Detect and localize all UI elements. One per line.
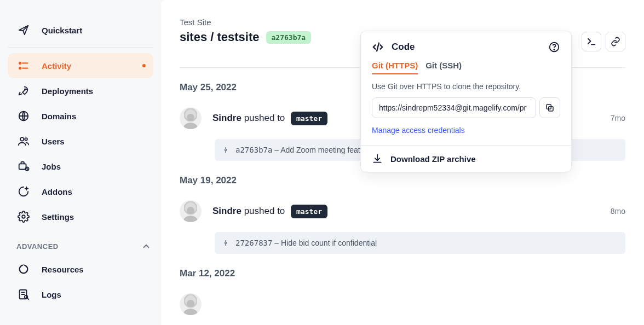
sidebar-item-activity[interactable]: Activity [8,53,153,78]
terminal-icon [586,37,596,47]
copy-icon [545,103,555,113]
activity-date: Mar 12, 2022 [180,268,625,279]
svg-point-4 [25,89,26,90]
svg-line-19 [27,298,28,299]
branch-badge: master [291,112,327,125]
manage-credentials-link[interactable]: Manage access credentials [372,126,465,135]
activity-text: Sindre pushed to master [212,112,327,125]
svg-point-22 [183,123,198,129]
svg-point-12 [22,215,25,218]
divider [8,47,153,48]
addons-icon [18,185,30,198]
sidebar: Quickstart Activity Deployments Domains [0,0,161,325]
code-popover: Code Git (HTTPS) Git (SSH) Use Git over … [360,31,572,172]
paper-plane-icon [18,24,30,36]
svg-point-26 [187,207,194,214]
commit-row: 27267837 – Hide bid count if confidentia… [215,232,625,254]
avatar [180,107,202,129]
advanced-label: ADVANCED [16,242,59,251]
sidebar-item-label: Users [42,137,65,146]
activity-event [180,293,625,315]
sidebar-item-label: Logs [42,290,61,299]
svg-point-32 [183,309,198,315]
avatar [180,200,202,222]
svg-line-33 [377,43,379,51]
svg-point-14 [22,268,25,271]
sidebar-item-label: Jobs [42,162,61,171]
main-content: Test Site sites / testsite a2763b7a May … [161,0,644,325]
commit-hash: a2763b7a [235,146,272,154]
users-icon [18,135,30,147]
code-title: Code [392,42,415,53]
commit-message: Add Zoom meeting featur [280,146,367,154]
download-zip-button[interactable]: Download ZIP archive [361,145,571,172]
copy-url-button[interactable] [539,97,560,118]
logs-icon [18,288,30,300]
branch-badge: master [291,205,327,218]
commit-hash: 27267837 [235,239,272,247]
activity-time: 8mo [611,207,625,216]
help-icon[interactable] [548,41,560,53]
link-button[interactable] [606,32,625,51]
activity-date: May 19, 2022 [180,175,625,186]
activity-event: Sindre pushed to master 8mo [180,200,625,222]
svg-point-35 [554,49,554,50]
sidebar-item-label: Resources [42,265,84,274]
site-label: Test Site [180,18,625,27]
link-icon [611,37,620,47]
download-label: Download ZIP archive [390,154,476,164]
sidebar-item-settings[interactable]: Settings [8,204,153,229]
svg-point-0 [19,62,21,64]
download-icon [372,153,383,164]
activity-action: pushed to [242,206,288,216]
sidebar-item-logs[interactable]: Logs [8,282,153,307]
sidebar-item-label: Activity [42,61,71,71]
advanced-section-toggle[interactable]: ADVANCED [0,229,161,257]
sidebar-item-quickstart[interactable]: Quickstart [8,18,153,43]
globe-icon [18,110,30,122]
svg-point-23 [225,149,227,151]
commit-message: Hide bid count if confidential [281,239,377,247]
sidebar-item-label: Deployments [42,86,93,96]
code-description: Use Git over HTTPS to clone the reposito… [372,82,560,91]
sidebar-item-resources[interactable]: Resources [8,257,153,282]
sidebar-item-label: Domains [42,112,76,121]
terminal-button[interactable] [582,32,601,51]
breadcrumb: sites / testsite [180,30,260,44]
activity-icon [18,60,30,72]
sidebar-item-jobs[interactable]: Jobs [8,154,153,179]
avatar [180,293,202,315]
svg-point-27 [183,216,198,222]
code-icon [372,41,384,53]
clone-url-input[interactable]: https://sindrepm52334@git.magelify.com/p… [372,97,536,118]
svg-point-7 [25,138,27,141]
sidebar-item-deployments[interactable]: Deployments [8,78,153,103]
sidebar-item-label: Quickstart [42,26,82,35]
svg-point-31 [187,300,194,307]
sidebar-item-label: Settings [42,212,74,222]
svg-point-28 [225,242,227,244]
sidebar-item-label: Addons [42,187,72,196]
commit-icon [222,240,229,246]
resources-icon [18,263,30,275]
gear-icon [18,211,30,223]
svg-point-6 [20,137,24,141]
activity-user: Sindre [212,113,242,123]
commit-icon [222,147,229,153]
sidebar-item-addons[interactable]: Addons [8,179,153,204]
tab-git-ssh[interactable]: Git (SSH) [426,61,462,74]
rocket-icon [18,85,30,97]
jobs-icon [18,160,30,172]
commit-badge: a2763b7a [266,31,312,44]
activity-user: Sindre [212,206,242,216]
svg-point-1 [19,67,21,69]
activity-text: Sindre pushed to master [212,205,327,218]
sidebar-item-users[interactable]: Users [8,129,153,154]
chevron-up-icon [141,241,151,251]
activity-action: pushed to [242,113,288,123]
svg-point-21 [187,114,194,121]
tab-git-https[interactable]: Git (HTTPS) [372,61,418,74]
activity-time: 7mo [611,114,625,123]
sidebar-item-domains[interactable]: Domains [8,103,153,129]
